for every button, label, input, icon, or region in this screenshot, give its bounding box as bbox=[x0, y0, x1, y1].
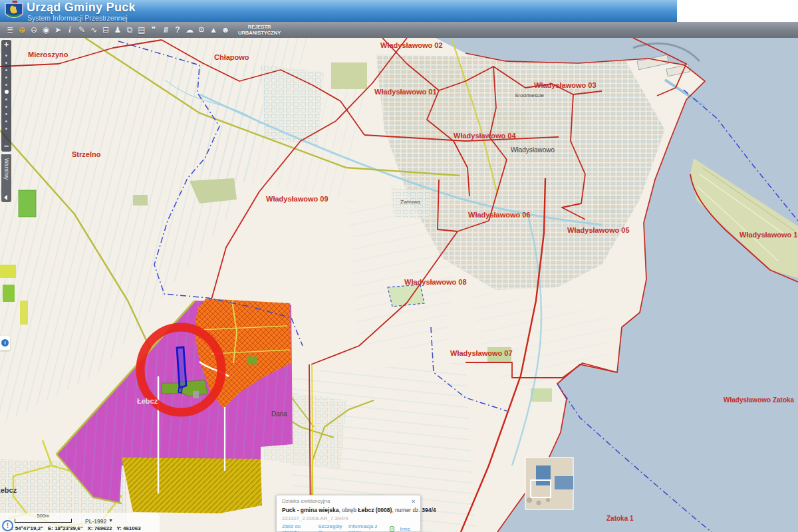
label-chlapowo: Chłapowo bbox=[214, 53, 249, 61]
info-panel-tab[interactable]: i bbox=[0, 336, 10, 350]
close-icon[interactable]: ✕ bbox=[411, 498, 416, 505]
cursor-coordinates: N: 54°47'19,2"E: 18°23'39,6"X: 769622Y: … bbox=[8, 525, 158, 531]
zoom-level-handle[interactable] bbox=[5, 90, 9, 94]
map-svg: Mieroszyno Chłapowo Strzelno Władysławow… bbox=[0, 38, 798, 532]
label-wl02: Władysławowo 02 bbox=[380, 41, 443, 49]
popup-title: Działka ewidencyjna bbox=[282, 498, 330, 505]
other-link[interactable]: Inne bbox=[400, 526, 410, 532]
rejestr-line2: URBANISTYCZNY bbox=[238, 30, 281, 36]
zoom-to-object-link[interactable]: Zbliż do obiektu bbox=[282, 523, 313, 532]
layers-tab-label: Warstwy bbox=[3, 158, 10, 180]
help-icon[interactable]: ? bbox=[172, 23, 184, 37]
green-area bbox=[531, 388, 552, 402]
parcel-gmina: Puck - gmina wiejska bbox=[282, 507, 339, 513]
cloud-icon[interactable]: ☁ bbox=[184, 23, 196, 37]
chat-icon[interactable]: ❞ bbox=[148, 23, 160, 37]
scale-bar bbox=[15, 519, 72, 523]
rejestr-line1: REJESTR bbox=[238, 24, 281, 30]
panel-layout-icon[interactable]: ▤ bbox=[136, 23, 148, 37]
rejestr-urbanistyczny-button[interactable]: REJESTR URBANISTYCZNY bbox=[238, 24, 281, 37]
zone-green-patch bbox=[162, 383, 179, 394]
person-pin-icon[interactable]: ♟ bbox=[112, 23, 124, 37]
green-parcel bbox=[19, 190, 36, 217]
label-dana: Dana bbox=[271, 410, 287, 418]
details-link[interactable]: Szczegóły (i) bbox=[318, 523, 343, 532]
zoom-track[interactable] bbox=[1, 53, 11, 138]
measure-path-icon[interactable]: ∿ bbox=[88, 23, 100, 37]
gears-icon[interactable]: ⚙ bbox=[196, 23, 207, 37]
pyramid-icon[interactable]: ▲ bbox=[207, 23, 219, 37]
zone-green-patch bbox=[247, 356, 257, 364]
label-wl09: Władysławowo 09 bbox=[266, 195, 329, 203]
label-lebcz-village: Łebcz bbox=[0, 486, 17, 494]
app-subtitle: System Informacji Przestrzennej bbox=[27, 14, 128, 22]
gis-application: Urząd Gminy Puck System Informacji Przes… bbox=[0, 0, 798, 532]
info-icon: i bbox=[1, 339, 9, 346]
parcel-number: 394/4 bbox=[422, 507, 436, 513]
coord-e: E: 18°23'39,6" bbox=[48, 525, 82, 531]
label-wl01: Władysławowo 01 bbox=[374, 88, 437, 96]
yellow-parcel bbox=[0, 265, 16, 278]
app-title: Urząd Gminy Puck bbox=[27, 1, 136, 15]
warning-info-button[interactable]: ! bbox=[2, 520, 13, 531]
plan-info-link[interactable]: Informacja z planu bbox=[348, 523, 384, 532]
parcel-obreb: Łebcz (0008) bbox=[358, 507, 392, 513]
layers-panel-tab[interactable]: Warstwy bbox=[1, 154, 11, 202]
parcel-description: Puck - gmina wiejska, obręb Łebcz (0008)… bbox=[282, 507, 416, 513]
industrial-site bbox=[525, 458, 573, 509]
label-wl08: Władysławowo 08 bbox=[404, 278, 467, 286]
label-mieroszyno: Mieroszyno bbox=[28, 51, 68, 59]
label-strzelno: Strzelno bbox=[72, 150, 101, 158]
scale-label: 500m bbox=[15, 513, 72, 519]
green-area bbox=[133, 195, 148, 205]
parcel-sep1: , obręb bbox=[339, 507, 358, 513]
map-toolbar: ≣ ⊕ ⊖ ◉ ➤ i ✎ ∿ ⊟ ♟ ⧉ ▤ ❞ /// ? ☁ ⚙ ▲ ☻ … bbox=[0, 22, 798, 38]
coord-x: X: 769622 bbox=[87, 525, 112, 531]
label-srodmiescie: Środmieście bbox=[515, 92, 545, 98]
zoom-slider[interactable]: + − bbox=[1, 40, 11, 152]
zone-gray-patch bbox=[193, 391, 199, 398]
draw-icon[interactable]: ✎ bbox=[76, 23, 88, 37]
coord-y: Y: 461063 bbox=[116, 525, 140, 531]
identify-icon[interactable]: i bbox=[64, 23, 76, 37]
measure-lines-icon[interactable]: /// bbox=[160, 23, 172, 37]
label-wl03: Władysławowo 03 bbox=[534, 81, 597, 89]
label-wladyslawowo-city: Władysławowo bbox=[511, 146, 555, 154]
parcel-sep2: , numer dz. bbox=[392, 507, 422, 513]
map-canvas[interactable]: Mieroszyno Chłapowo Strzelno Władysławow… bbox=[0, 38, 798, 532]
zoom-in-button[interactable]: + bbox=[1, 40, 11, 49]
parcel-info-popup: Działka ewidencyjna ✕ Puck - gmina wiejs… bbox=[276, 495, 421, 532]
chevron-down-icon[interactable]: ▼ bbox=[108, 518, 113, 523]
select-circle-icon[interactable]: ◉ bbox=[40, 23, 52, 37]
label-wl06: Władysławowo 06 bbox=[468, 211, 531, 219]
label-wl10: Władysławowo 10 bbox=[739, 231, 798, 239]
parcel-identifier: 221107_2.0008.AR_7.394/4 bbox=[282, 515, 416, 521]
label-wl05: Władysławowo 05 bbox=[567, 226, 630, 234]
yellow-parcel bbox=[20, 301, 28, 325]
label-zwirowa: Żwirowa bbox=[400, 199, 420, 205]
plus-icon[interactable]: + bbox=[390, 526, 395, 532]
label-wl07: Władysławowo 07 bbox=[450, 349, 513, 357]
zone-olive bbox=[122, 458, 262, 513]
pointer-icon[interactable]: ➤ bbox=[52, 23, 64, 37]
label-zatoka1: Zatoka 1 bbox=[606, 515, 634, 522]
crs-selector[interactable]: PL-1992 bbox=[85, 518, 106, 525]
label-wl04: Władysławowo 04 bbox=[454, 132, 516, 140]
app-header: Urząd Gminy Puck System Informacji Przes… bbox=[0, 0, 677, 22]
person-chat-icon[interactable]: ☻ bbox=[219, 23, 231, 37]
zoom-out-icon[interactable]: ⊖ bbox=[28, 23, 40, 37]
label-lebcz-zone: Łebcz bbox=[137, 397, 158, 405]
header-right-spacer bbox=[677, 0, 798, 22]
zoom-in-icon[interactable]: ⊕ bbox=[16, 23, 28, 37]
layers-icon[interactable]: ≣ bbox=[4, 23, 16, 37]
zoom-out-button[interactable]: − bbox=[1, 142, 11, 151]
label-wl-zatoka: Władysławowo Zatoka bbox=[724, 396, 795, 404]
coat-of-arms-logo bbox=[5, 1, 23, 21]
vehicle-icon[interactable]: ⊟ bbox=[100, 23, 112, 37]
green-parcel bbox=[3, 285, 15, 302]
copy-windows-icon[interactable]: ⧉ bbox=[124, 23, 136, 37]
status-bar: 500m PL-1992 ▼ N: 54°47'19,2"E: 18°23'39… bbox=[0, 513, 160, 532]
collapse-arrow-icon bbox=[4, 195, 7, 200]
green-area bbox=[331, 63, 367, 89]
